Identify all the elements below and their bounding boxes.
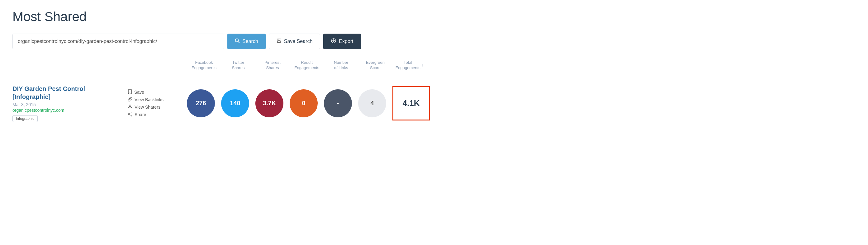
- result-title[interactable]: DIY Garden Pest Control [Infographic]: [12, 85, 85, 100]
- export-icon: [331, 38, 336, 45]
- svg-point-8: [129, 105, 131, 107]
- view-sharers-action[interactable]: View Sharers: [128, 104, 184, 110]
- page-title: Most Shared: [12, 9, 856, 24]
- person-icon: [128, 104, 132, 110]
- col-header-evergreen: EvergreenScore: [358, 60, 393, 71]
- svg-line-13: [129, 114, 131, 116]
- search-input[interactable]: [12, 34, 224, 49]
- col-header-total: TotalEngagements ↓: [393, 60, 427, 71]
- svg-rect-4: [278, 41, 280, 42]
- result-domain[interactable]: organicpestcontrolnyc.com: [12, 108, 125, 113]
- result-metrics: 276 140 3.7K 0 - 4 4.1K: [184, 86, 856, 120]
- share-action[interactable]: Share: [128, 112, 184, 117]
- metric-twitter: 140: [221, 89, 249, 117]
- bookmark-icon: [128, 89, 132, 95]
- metric-evergreen: 4: [358, 89, 386, 117]
- result-date: Mar 3, 2015: [12, 102, 125, 107]
- view-backlinks-action[interactable]: View Backlinks: [128, 97, 184, 102]
- metric-reddit: 0: [290, 89, 318, 117]
- search-icon: [235, 38, 240, 44]
- svg-line-12: [129, 113, 131, 114]
- share-icon: [128, 112, 132, 117]
- link-icon: [128, 97, 132, 102]
- result-info: DIY Garden Pest Control [Infographic] Ma…: [12, 85, 125, 122]
- svg-point-11: [128, 114, 129, 115]
- metric-total: 4.1K: [393, 86, 430, 120]
- svg-rect-3: [278, 39, 280, 40]
- metric-pinterest: 3.7K: [255, 89, 283, 117]
- metric-facebook: 276: [187, 89, 215, 117]
- columns-header: FacebookEngagements TwitterShares Pinter…: [12, 60, 856, 71]
- search-button[interactable]: Search: [227, 34, 266, 49]
- save-icon: [277, 38, 282, 44]
- metric-links: -: [324, 89, 352, 117]
- col-header-reddit: RedditEngagements: [290, 60, 324, 71]
- svg-line-1: [238, 42, 240, 43]
- save-search-button[interactable]: Save Search: [269, 34, 320, 49]
- save-action[interactable]: Save: [128, 89, 184, 95]
- col-header-links: Numberof Links: [324, 60, 358, 71]
- search-bar: Search Save Search Export: [12, 34, 856, 49]
- col-header-pinterest: PinterestShares: [255, 60, 290, 71]
- result-tag: Infographic: [12, 115, 38, 122]
- table-row: DIY Garden Pest Control [Infographic] Ma…: [12, 77, 856, 129]
- svg-point-9: [131, 112, 132, 113]
- result-actions: Save View Backlinks View Sharers: [125, 89, 184, 117]
- sort-down-icon[interactable]: ↓: [422, 63, 424, 68]
- svg-point-10: [131, 115, 132, 116]
- export-button[interactable]: Export: [323, 34, 361, 49]
- col-header-facebook: FacebookEngagements: [187, 60, 221, 71]
- col-header-twitter: TwitterShares: [221, 60, 255, 71]
